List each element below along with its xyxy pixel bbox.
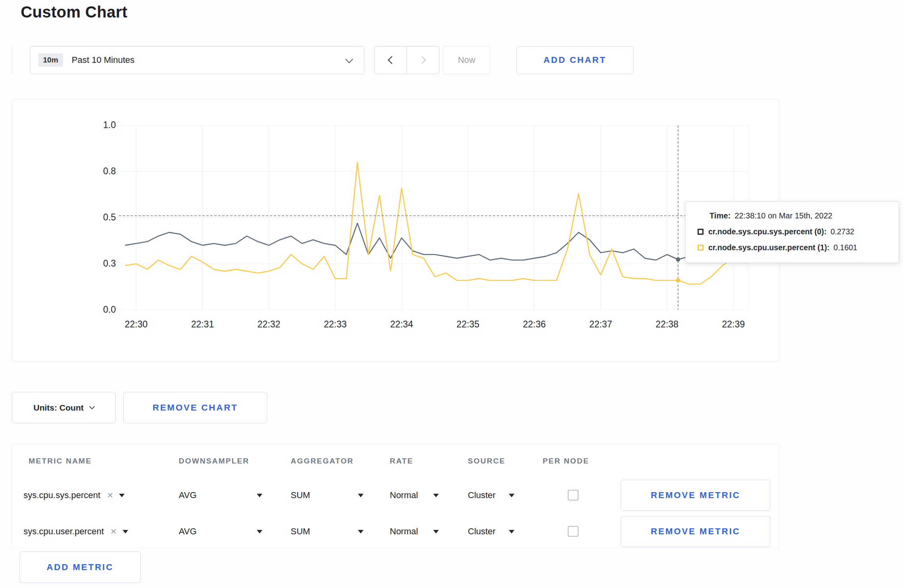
time-range-badge: 10m [38,53,63,67]
rate-value: Normal [390,526,418,537]
remove-metric-button[interactable]: REMOVE METRIC [621,516,770,547]
per-node-checkbox[interactable] [568,490,579,500]
chevron-left-icon [388,56,396,64]
add-metric-button[interactable]: ADD METRIC [20,551,141,583]
toolbar-divider [12,47,12,74]
time-range-label: Past 10 Minutes [72,55,135,65]
source-value: Cluster [468,526,496,537]
caret-down-icon [123,530,128,533]
time-nav-group [374,46,440,74]
now-button[interactable]: Now [443,46,491,74]
chevron-down-icon [89,403,95,409]
caret-down-icon [509,494,514,497]
tooltip-series-value: 0.2732 [831,227,854,236]
column-header-source: SOURCE [468,457,506,465]
tooltip-time-label: Time: [710,211,731,220]
chart-tooltip: Time:22:38:10 on Mar 15th, 2022 cr.node.… [685,201,899,263]
add-chart-button[interactable]: ADD CHART [516,46,633,74]
chart-card: 0.00.30.50.81.0 22:3022:3122:3222:3322:3… [12,99,780,362]
tooltip-series-value: 0.1601 [834,243,858,252]
metric-name-label: sys.cpu.sys.percent [23,490,100,500]
caret-down-icon [433,494,439,497]
aggregator-select[interactable]: SUM [291,522,364,541]
rate-select[interactable]: Normal [390,486,439,504]
chevron-right-icon [418,56,426,64]
aggregator-select[interactable]: SUM [291,486,364,504]
time-range-select[interactable]: 10m Past 10 Minutes [30,46,364,74]
downsampler-select[interactable]: AVG [179,486,262,504]
remove-chart-button[interactable]: REMOVE CHART [123,392,267,423]
column-header-aggregator: AGGREGATOR [291,457,354,465]
downsampler-value: AVG [179,490,197,500]
units-label: Units: Count [33,403,84,413]
source-select[interactable]: Cluster [468,486,514,504]
source-value: Cluster [468,490,496,500]
next-time-button[interactable] [407,46,440,74]
line-chart [119,125,749,310]
tooltip-series-row: cr.node.sys.cpu.sys.percent (0): 0.2732 [698,227,887,236]
x-axis-labels: 22:3022:3122:3222:3322:3422:3522:3622:37… [119,319,749,332]
column-header-downsampler: DOWNSAMPLER [179,457,249,465]
source-select[interactable]: Cluster [468,522,514,541]
tooltip-time-value: 22:38:10 on Mar 15th, 2022 [735,211,833,220]
caret-down-icon [509,530,514,533]
caret-down-icon [257,530,262,533]
chevron-down-icon [346,56,352,64]
metric-name-select[interactable]: sys.cpu.sys.percent ✕ [23,486,125,504]
column-header-metric-name: METRIC NAME [29,457,92,465]
aggregator-value: SUM [291,526,310,537]
clear-metric-icon[interactable]: ✕ [110,527,117,536]
tooltip-series-label: cr.node.sys.cpu.sys.percent (0): [708,227,827,236]
chart-plot-area[interactable] [119,125,749,310]
metric-name-label: sys.cpu.user.percent [23,526,104,537]
metric-name-select[interactable]: sys.cpu.user.percent ✕ [23,522,128,541]
aggregator-value: SUM [291,490,310,500]
series-legend-square-sys [698,229,704,235]
clear-metric-icon[interactable]: ✕ [107,491,113,500]
tooltip-series-row: cr.node.sys.cpu.user.percent (1): 0.1601 [698,243,887,252]
tooltip-series-label: cr.node.sys.cpu.user.percent (1): [708,243,830,252]
series-legend-square-user [698,245,704,251]
rate-select[interactable]: Normal [390,522,439,541]
caret-down-icon [358,494,364,497]
column-header-per-node: PER NODE [543,457,589,465]
units-select[interactable]: Units: Count [12,392,115,423]
caret-down-icon [257,494,262,497]
metrics-table: METRIC NAME DOWNSAMPLER AGGREGATOR RATE … [12,444,780,548]
caret-down-icon [358,530,364,533]
prev-time-button[interactable] [374,46,407,74]
column-header-rate: RATE [390,457,413,465]
caret-down-icon [433,530,439,533]
downsampler-select[interactable]: AVG [179,522,262,541]
y-axis-labels: 0.00.30.50.81.0 [12,99,116,361]
per-node-checkbox[interactable] [568,526,579,537]
tooltip-time: Time:22:38:10 on Mar 15th, 2022 [710,211,887,220]
downsampler-value: AVG [179,526,197,537]
caret-down-icon [119,494,125,497]
remove-metric-button[interactable]: REMOVE METRIC [621,480,770,511]
rate-value: Normal [390,490,418,500]
page-title: Custom Chart [21,3,127,21]
